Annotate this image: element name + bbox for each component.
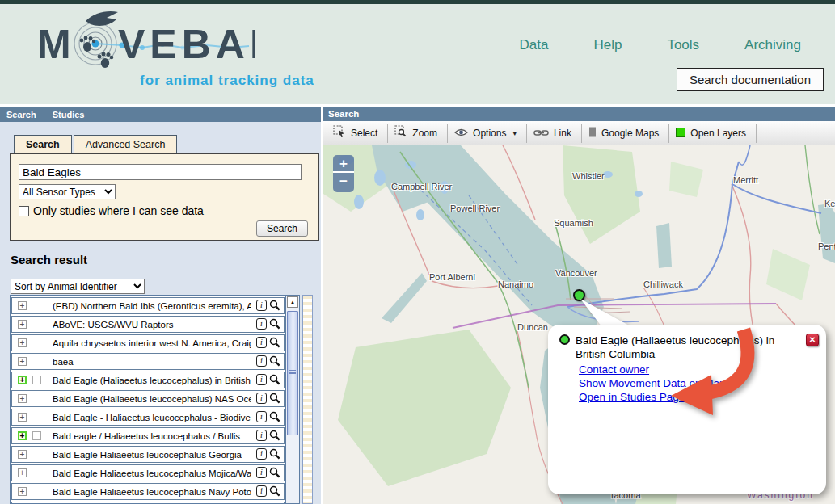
google-maps-layer-icon <box>588 126 597 141</box>
study-name: Bald Eagle - Haliaeetus leucocephalus - … <box>53 413 251 422</box>
nav-item[interactable]: Help <box>593 37 622 53</box>
toolbar-button[interactable]: Link ▾ <box>527 124 582 143</box>
tab[interactable]: Advanced Search <box>74 135 178 153</box>
expand-plus-icon[interactable]: + <box>18 376 27 384</box>
search-submit-button[interactable]: Search <box>256 220 308 237</box>
info-icon[interactable]: i <box>256 448 267 460</box>
study-name: (EBD) Northern Bald Ibis (Geronticus ere… <box>53 301 251 311</box>
zoom-in-button[interactable]: + <box>333 155 354 173</box>
expand-plus-icon[interactable]: + <box>18 468 27 477</box>
magnifier-icon[interactable] <box>269 485 280 497</box>
popup-link[interactable]: Show Movement Data on Map <box>579 376 794 390</box>
row-actions: i <box>256 337 280 348</box>
scrollbar-thumb[interactable] <box>287 311 298 435</box>
map-place-label: Whistler <box>572 171 605 181</box>
magnifier-icon[interactable] <box>269 337 280 348</box>
scroll-up-arrow-icon[interactable]: ▲ <box>287 296 298 308</box>
info-icon[interactable]: i <box>256 355 267 367</box>
sort-select[interactable]: Sort by Animal Identifier <box>11 279 145 294</box>
magnifier-icon[interactable] <box>269 448 280 460</box>
row-actions: i <box>256 355 280 367</box>
info-icon[interactable]: i <box>256 430 267 441</box>
magnifier-icon[interactable] <box>269 430 280 441</box>
expand-plus-icon[interactable]: + <box>18 487 27 496</box>
panel-splitter-handle[interactable] <box>302 295 313 504</box>
study-row[interactable]: + (EBD) Northern Bald Ibis (Geronticus e… <box>11 297 285 314</box>
expand-plus-icon[interactable]: + <box>18 338 27 347</box>
popup-links: Contact owner Show Movement Data on Map … <box>579 363 794 404</box>
movebank-page: M VEBANK for animal tracking data Data H… <box>0 0 835 504</box>
expand-plus-icon[interactable]: + <box>18 413 27 422</box>
popup-title-row: Bald Eagle (Haliaeetus leucocephalus) in… <box>559 334 794 361</box>
expand-plus-icon[interactable]: + <box>18 301 27 310</box>
info-icon[interactable]: i <box>256 485 267 497</box>
expand-plus-icon[interactable]: + <box>18 431 27 440</box>
study-name: Bald Eagle Haliaeetus leucocephalus Geor… <box>53 450 251 460</box>
info-icon[interactable]: i <box>256 300 267 311</box>
study-marker-icon[interactable] <box>573 289 585 301</box>
bird-icon <box>86 11 118 26</box>
visibility-filter-row: Only studies where I can see data <box>19 204 204 217</box>
study-name: Aquila chrysaetos interior west N. Ameri… <box>53 338 251 348</box>
study-row[interactable]: + Bald Eagle - Haliaeetus leucocephalus … <box>11 409 285 426</box>
menubar-item[interactable]: Search <box>6 110 36 120</box>
study-row[interactable]: + Bald Eagle (Haliaeetus leucocephalus) … <box>11 372 285 388</box>
popup-link[interactable]: Contact owner <box>579 363 794 376</box>
info-icon[interactable]: i <box>256 467 267 478</box>
magnifier-icon[interactable] <box>269 393 280 404</box>
info-icon[interactable]: i <box>256 374 267 385</box>
study-row[interactable]: + ABoVE: USGS/WVU Raptors i <box>11 316 285 333</box>
row-actions: i <box>256 393 280 404</box>
study-search-input[interactable] <box>19 164 302 180</box>
map-place-label: Port Alberni <box>429 272 475 282</box>
study-row[interactable]: + Aquila chrysaetos interior west N. Ame… <box>11 334 285 351</box>
toolbar-button[interactable]: Zoom ▾ <box>388 124 448 143</box>
magnifier-icon[interactable] <box>269 300 280 311</box>
tab[interactable]: Search <box>14 135 72 153</box>
nav-item[interactable]: Tools <box>667 37 699 53</box>
movebank-logo[interactable]: M VEBANK <box>37 10 255 76</box>
study-row[interactable]: + Bald Eagle Haliaeetus leucocephalus Mo… <box>11 464 285 481</box>
sensor-type-select[interactable]: All Sensor Types <box>19 184 116 200</box>
logo-letters-vebank: VEBANK <box>118 22 255 67</box>
nav-item[interactable]: Data <box>520 37 549 53</box>
toolbar-button[interactable]: Google Maps ▾ <box>582 124 669 143</box>
study-row[interactable]: + baea i <box>11 353 285 370</box>
study-name: Bald eagle / Haliaeetus leucocephalus / … <box>53 431 251 441</box>
map-canvas[interactable]: Campbell River Powell River Whistler Mer… <box>323 145 835 504</box>
toolbar-button[interactable]: Open Layers ▾ <box>669 124 757 143</box>
study-row[interactable]: + Bald eagle / Haliaeetus leucocephalus … <box>11 427 285 444</box>
info-icon[interactable]: i <box>256 337 267 348</box>
toolbar-button[interactable]: Options ▾ <box>448 124 527 143</box>
popup-close-icon[interactable]: ✕ <box>806 334 819 346</box>
study-checkbox[interactable] <box>32 376 41 384</box>
expand-plus-icon[interactable]: + <box>18 357 27 366</box>
expand-plus-icon[interactable]: + <box>18 394 27 403</box>
magnifier-icon[interactable] <box>269 355 280 367</box>
magnifier-icon[interactable] <box>269 374 280 385</box>
popup-link[interactable]: Open in Studies Page <box>579 390 794 404</box>
zoom-out-button[interactable]: − <box>333 173 354 191</box>
menubar-item[interactable]: Studies <box>53 110 85 120</box>
magnifier-icon[interactable] <box>269 411 280 422</box>
search-documentation-button[interactable]: Search documentation <box>677 68 824 91</box>
search-form: All Sensor Types Only studies where I ca… <box>10 153 319 241</box>
expand-plus-icon[interactable]: + <box>18 320 27 329</box>
study-row[interactable]: + Bald Eagle i <box>11 502 285 503</box>
site-header: M VEBANK for animal tracking data Data H… <box>0 0 835 106</box>
map-place-label: Powell River <box>450 204 500 213</box>
info-icon[interactable]: i <box>256 318 267 330</box>
study-row[interactable]: + Bald Eagle Haliaeetus leucocephalus Na… <box>11 483 285 500</box>
magnifier-icon[interactable] <box>269 467 280 478</box>
nav-item[interactable]: Archiving <box>744 37 801 53</box>
list-scrollbar[interactable]: ▲ <box>285 296 299 503</box>
info-icon[interactable]: i <box>256 411 267 422</box>
magnifier-icon[interactable] <box>269 318 280 330</box>
study-row[interactable]: + Bald Eagle Haliaeetus leucocephalus Ge… <box>11 446 285 463</box>
study-checkbox[interactable] <box>32 431 41 440</box>
info-icon[interactable]: i <box>256 393 267 404</box>
only-my-studies-checkbox[interactable] <box>19 206 29 216</box>
expand-plus-icon[interactable]: + <box>18 450 27 459</box>
toolbar-button[interactable]: Select ▾ <box>327 124 388 143</box>
study-row[interactable]: + Bald Eagle (Haliaeetus leucocephalus) … <box>11 390 285 407</box>
